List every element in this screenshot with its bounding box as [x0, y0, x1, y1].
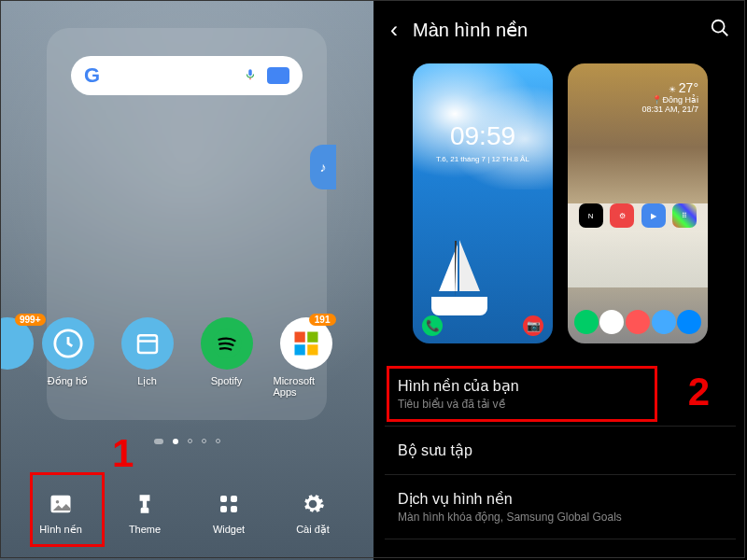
- lens-icon[interactable]: [267, 67, 289, 84]
- spotify-icon: [201, 317, 253, 370]
- brush-icon: [133, 490, 157, 518]
- svg-rect-7: [307, 344, 317, 355]
- microsoft-icon: 191: [280, 317, 332, 370]
- home-editor-screen: G ♪ 999+ Đồng hồ Lịch Spotify 191: [0, 0, 374, 560]
- svg-point-14: [712, 20, 725, 32]
- svg-rect-1: [138, 335, 157, 353]
- grid-icon: [218, 490, 240, 518]
- gallery-item[interactable]: Bộ sưu tập: [385, 427, 736, 475]
- app-spotify[interactable]: Spotify: [194, 317, 260, 398]
- svg-line-15: [723, 30, 728, 35]
- google-logo-icon: G: [84, 63, 100, 88]
- settings-button[interactable]: Cài đặt: [280, 483, 345, 543]
- page-title: Màn hình nền: [413, 19, 695, 41]
- svg-rect-10: [220, 496, 227, 502]
- phone-icon: 📞: [422, 315, 443, 336]
- wallpaper-settings-screen: ‹ Màn hình nền 09:59 T.6, 21 tháng 7 | 1…: [374, 0, 747, 560]
- app-microsoft[interactable]: 191 Microsoft Apps: [274, 317, 339, 398]
- weather-widget: ☀ 27° 📍Đông Hải 08:31 AM, 21/7: [641, 80, 698, 114]
- widget-button[interactable]: Widget: [196, 483, 261, 543]
- wallpaper-services-item[interactable]: Dịch vụ hình nền Màn hình khóa động, Sam…: [385, 475, 736, 539]
- homescreen-preview[interactable]: ☀ 27° 📍Đông Hải 08:31 AM, 21/7 N ⚙ ▶ ⠿: [568, 63, 708, 343]
- gear-icon: [301, 490, 325, 518]
- lockscreen-preview[interactable]: 09:59 T.6, 21 tháng 7 | 12 TH.8 ÂL 📞 📷: [413, 63, 553, 343]
- lock-date: T.6, 21 tháng 7 | 12 TH.8 ÂL: [413, 155, 553, 163]
- camera-icon: 📷: [523, 315, 543, 336]
- mic-icon[interactable]: [243, 67, 258, 82]
- svg-rect-12: [220, 506, 227, 512]
- lock-time: 09:59: [413, 121, 553, 151]
- highlight-1: [30, 472, 105, 547]
- google-search-bar[interactable]: G: [71, 56, 303, 95]
- callout-1: 1: [112, 431, 134, 476]
- page-indicator[interactable]: [0, 439, 374, 444]
- theme-button[interactable]: Theme: [112, 483, 177, 543]
- clock-icon: [42, 317, 94, 370]
- svg-rect-5: [307, 332, 317, 343]
- highlight-2: [387, 366, 657, 422]
- back-icon[interactable]: ‹: [390, 17, 398, 43]
- music-note-icon: ♪: [320, 160, 327, 175]
- calendar-icon: [121, 317, 174, 370]
- app-clock[interactable]: Đồng hồ: [35, 317, 101, 398]
- svg-rect-4: [294, 332, 304, 343]
- callout-2: 2: [688, 370, 710, 414]
- svg-rect-11: [231, 496, 237, 502]
- volume-slider-tab[interactable]: ♪: [310, 145, 336, 189]
- svg-rect-13: [231, 506, 237, 512]
- app-calendar[interactable]: Lịch: [115, 317, 180, 398]
- svg-rect-6: [294, 344, 304, 355]
- search-icon[interactable]: [710, 18, 730, 43]
- app-row: Đồng hồ Lịch Spotify 191 Microsoft Apps: [0, 317, 374, 398]
- badge: 191: [309, 314, 336, 326]
